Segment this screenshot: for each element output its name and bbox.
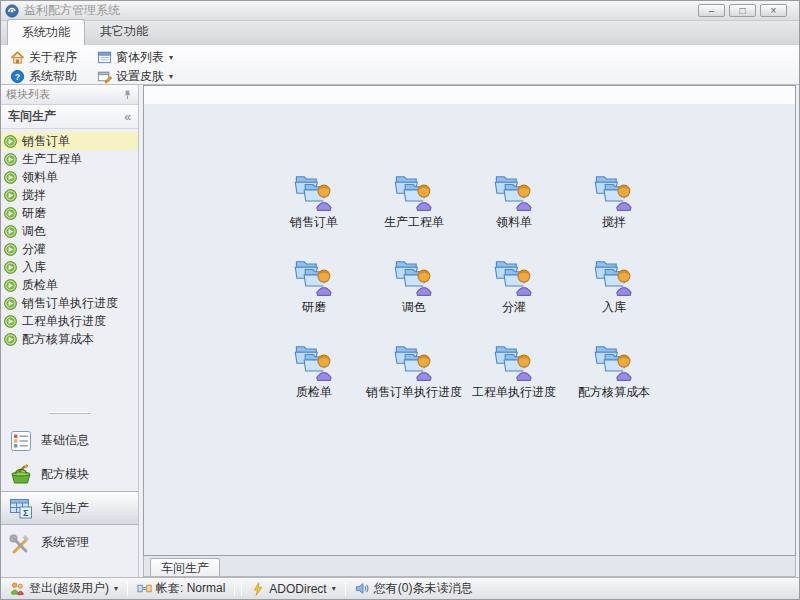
shortcut-warehousing[interactable]: 入库 bbox=[564, 253, 664, 317]
status-bar: 登出(超级用户) ▾ 帐套: Normal ADODirect ▾ 您有(0)条… bbox=[1, 577, 799, 599]
green-arrow-icon bbox=[4, 153, 17, 166]
shortcut-sales-order[interactable]: 销售订单 bbox=[264, 168, 364, 232]
shortcut-grid: 销售订单 生产工程单 领料单 搅拌 研磨 调色 bbox=[264, 168, 664, 402]
shortcut-label: 入库 bbox=[602, 299, 626, 316]
shortcut-production-order[interactable]: 生产工程单 bbox=[364, 168, 464, 232]
maximize-button[interactable]: □ bbox=[729, 4, 756, 17]
window-list-icon bbox=[97, 50, 112, 65]
sidebar-item-quality-inspection[interactable]: 质检单 bbox=[1, 276, 138, 294]
green-arrow-icon bbox=[4, 243, 17, 256]
shortcut-label: 分灌 bbox=[502, 299, 526, 316]
account-set-label: 帐套: Normal bbox=[156, 580, 225, 597]
folder-user-icon bbox=[592, 168, 636, 212]
sidebar-item-grinding[interactable]: 研磨 bbox=[1, 204, 138, 222]
document-tab-strip: 车间生产 bbox=[143, 556, 796, 577]
set-skin-button[interactable]: 设置皮肤 ▾ bbox=[94, 67, 176, 86]
module-label: 配方模块 bbox=[41, 466, 89, 483]
collapse-icon[interactable]: « bbox=[124, 110, 131, 124]
status-separator bbox=[241, 582, 242, 596]
shortcut-sales-order-progress[interactable]: 销售订单执行进度 bbox=[364, 338, 464, 402]
sidebar-item-label: 调色 bbox=[22, 223, 46, 240]
dropdown-arrow-icon: ▾ bbox=[169, 72, 173, 81]
sidebar-splitter[interactable] bbox=[1, 409, 138, 417]
module-switcher: 基础信息 配方模块 车间生产 系统管理 bbox=[1, 423, 138, 559]
sidebar-item-label: 生产工程单 bbox=[22, 151, 82, 168]
about-program-button[interactable]: 关于程序 bbox=[7, 48, 80, 67]
shortcut-label: 配方核算成本 bbox=[578, 384, 650, 401]
window-title: 益利配方管理系统 bbox=[24, 2, 698, 19]
dropdown-arrow-icon: ▾ bbox=[114, 584, 118, 593]
shortcut-material-requisition[interactable]: 领料单 bbox=[464, 168, 564, 232]
sidebar-item-work-order-progress[interactable]: 工程单执行进度 bbox=[1, 312, 138, 330]
sidebar-item-label: 研磨 bbox=[22, 205, 46, 222]
sidebar-item-mixing[interactable]: 搅拌 bbox=[1, 186, 138, 204]
tab-workshop-production[interactable]: 车间生产 bbox=[150, 558, 220, 576]
status-separator bbox=[234, 582, 235, 596]
sidebar-item-formula-costing[interactable]: 配方核算成本 bbox=[1, 330, 138, 348]
folder-user-icon bbox=[292, 253, 336, 297]
shortcut-grinding[interactable]: 研磨 bbox=[264, 253, 364, 317]
help-icon bbox=[10, 69, 25, 84]
folder-user-icon bbox=[592, 338, 636, 382]
sidebar-header: 模块列表 bbox=[1, 85, 138, 105]
sidebar-item-sales-order-progress[interactable]: 销售订单执行进度 bbox=[1, 294, 138, 312]
workspace-panel: 销售订单 生产工程单 领料单 搅拌 研磨 调色 bbox=[143, 85, 796, 556]
shortcut-tinting[interactable]: 调色 bbox=[364, 253, 464, 317]
green-arrow-icon bbox=[4, 171, 17, 184]
pin-icon[interactable] bbox=[122, 89, 133, 100]
logout-label: 登出(超级用户) bbox=[29, 580, 109, 597]
sidebar-item-label: 入库 bbox=[22, 259, 46, 276]
green-arrow-icon bbox=[4, 135, 17, 148]
folder-user-icon bbox=[392, 253, 436, 297]
sidebar-item-filling[interactable]: 分灌 bbox=[1, 240, 138, 258]
folder-user-icon bbox=[492, 253, 536, 297]
unread-messages-indicator[interactable]: 您有(0)条未读消息 bbox=[352, 579, 476, 598]
folder-user-icon bbox=[292, 168, 336, 212]
folder-user-icon bbox=[592, 253, 636, 297]
list-icon bbox=[9, 429, 33, 453]
sidebar-item-label: 工程单执行进度 bbox=[22, 313, 106, 330]
sidebar-item-warehousing[interactable]: 入库 bbox=[1, 258, 138, 276]
sidebar-item-material-requisition[interactable]: 领料单 bbox=[1, 168, 138, 186]
shortcut-mixing[interactable]: 搅拌 bbox=[564, 168, 664, 232]
shortcut-filling[interactable]: 分灌 bbox=[464, 253, 564, 317]
sidebar-item-label: 销售订单执行进度 bbox=[22, 295, 118, 312]
tab-other-functions[interactable]: 其它功能 bbox=[85, 18, 163, 45]
module-system-management[interactable]: 系统管理 bbox=[1, 525, 138, 559]
set-skin-label: 设置皮肤 bbox=[116, 68, 164, 85]
minimize-button[interactable]: – bbox=[698, 4, 725, 17]
shortcut-label: 调色 bbox=[402, 299, 426, 316]
lightning-icon bbox=[251, 582, 265, 596]
system-help-button[interactable]: 系统帮助 bbox=[7, 67, 80, 86]
system-help-label: 系统帮助 bbox=[29, 68, 77, 85]
module-label: 基础信息 bbox=[41, 432, 89, 449]
close-button[interactable]: × bbox=[760, 4, 787, 17]
green-arrow-icon bbox=[4, 315, 17, 328]
ribbon-toolbar: 关于程序 窗体列表 ▾ 系统帮助 设置皮肤 ▾ bbox=[1, 45, 799, 85]
tab-system-functions[interactable]: 系统功能 bbox=[7, 19, 85, 45]
shortcut-formula-costing[interactable]: 配方核算成本 bbox=[564, 338, 664, 402]
account-link-icon bbox=[137, 581, 152, 596]
unread-messages-label: 您有(0)条未读消息 bbox=[374, 580, 473, 597]
folder-user-icon bbox=[392, 168, 436, 212]
green-arrow-icon bbox=[4, 279, 17, 292]
module-workshop-production[interactable]: 车间生产 bbox=[1, 491, 138, 525]
window-list-button[interactable]: 窗体列表 ▾ bbox=[94, 48, 176, 67]
sidebar-item-production-order[interactable]: 生产工程单 bbox=[1, 150, 138, 168]
sidebar-item-label: 领料单 bbox=[22, 169, 58, 186]
shortcut-label: 工程单执行进度 bbox=[472, 384, 556, 401]
module-basic-info[interactable]: 基础信息 bbox=[1, 423, 138, 457]
shortcut-label: 质检单 bbox=[296, 384, 332, 401]
shortcut-quality-inspection[interactable]: 质检单 bbox=[264, 338, 364, 402]
sidebar-item-tinting[interactable]: 调色 bbox=[1, 222, 138, 240]
sidebar-item-sales-order[interactable]: 销售订单 bbox=[1, 132, 138, 150]
ribbon-tab-strip: 系统功能 其它功能 bbox=[1, 21, 799, 45]
table-sigma-icon bbox=[9, 496, 33, 520]
logout-button[interactable]: 登出(超级用户) ▾ bbox=[7, 579, 121, 598]
data-provider-button[interactable]: ADODirect ▾ bbox=[248, 581, 338, 597]
module-sidebar: 模块列表 车间生产 « 销售订单 生产工程单 领料单 搅拌 bbox=[1, 85, 139, 577]
module-formula[interactable]: 配方模块 bbox=[1, 457, 138, 491]
shortcut-work-order-progress[interactable]: 工程单执行进度 bbox=[464, 338, 564, 402]
module-label: 系统管理 bbox=[41, 534, 89, 551]
sidebar-item-label: 分灌 bbox=[22, 241, 46, 258]
